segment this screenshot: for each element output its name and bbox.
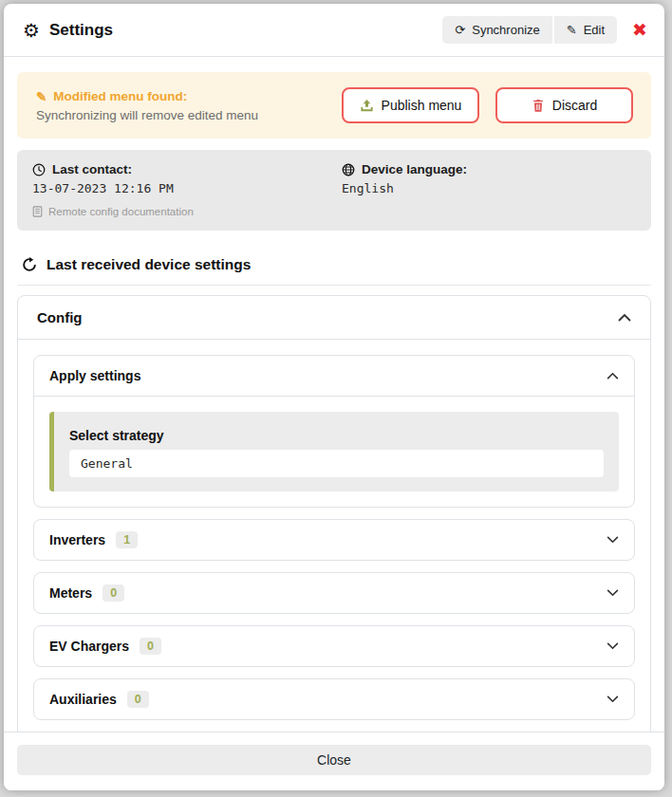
header-actions: ⟳ Synchronize ✎ Edit ✖ xyxy=(442,16,647,44)
close-button[interactable]: Close xyxy=(17,745,651,775)
accordion-row-ev-chargers: EV Chargers 0 xyxy=(33,625,635,667)
meters-label: Meters xyxy=(49,585,92,601)
sync-icon: ⟳ xyxy=(455,24,465,36)
device-language-label-row: Device language: xyxy=(342,162,636,176)
upload-icon xyxy=(360,99,374,113)
device-language-label: Device language: xyxy=(362,162,467,176)
device-language-block: Device language: English xyxy=(342,162,636,217)
strategy-panel: Select strategy General xyxy=(49,412,619,491)
banner-subtitle: Synchronizing will remove edited menu xyxy=(36,108,258,122)
title-wrap: ⚙ Settings xyxy=(23,21,113,40)
banner-title-row: ✎ Modified menu found: xyxy=(36,89,258,104)
settings-modal: ⚙ Settings ⟳ Synchronize ✎ Edit ✖ ✎ xyxy=(4,4,664,790)
last-contact-block: Last contact: 13-07-2023 12:16 PM Remote… xyxy=(32,162,327,217)
strategy-value-field[interactable]: General xyxy=(69,450,604,477)
inverters-label-row: Inverters 1 xyxy=(49,531,138,548)
discard-button[interactable]: Discard xyxy=(495,87,633,123)
banner-actions: Publish menu Discard xyxy=(342,87,633,123)
ev-chargers-label-row: EV Chargers 0 xyxy=(49,638,161,655)
edit-pencil-icon: ✎ xyxy=(567,24,577,36)
refresh-icon xyxy=(22,257,37,272)
last-received-settings-heading: Last received device settings xyxy=(22,256,646,273)
apply-settings-content: Select strategy General xyxy=(34,396,634,507)
trash-icon xyxy=(532,99,545,113)
document-icon xyxy=(32,206,43,217)
modified-menu-banner: ✎ Modified menu found: Synchronizing wil… xyxy=(17,72,651,139)
inverters-header[interactable]: Inverters 1 xyxy=(34,520,634,560)
publish-menu-button[interactable]: Publish menu xyxy=(342,87,479,123)
chevron-down-icon xyxy=(607,695,619,703)
last-contact-label-row: Last contact: xyxy=(32,162,327,176)
apply-settings-accordion: Apply settings Select strategy General xyxy=(33,355,635,508)
auxiliaries-label: Auxiliaries xyxy=(49,692,117,707)
modal-header: ⚙ Settings ⟳ Synchronize ✎ Edit ✖ xyxy=(4,4,664,57)
config-accordion-content: Apply settings Select strategy General xyxy=(18,339,650,732)
edit-label: Edit xyxy=(584,23,605,37)
synchronize-button[interactable]: ⟳ Synchronize xyxy=(442,16,551,44)
ev-chargers-count-badge: 0 xyxy=(140,638,161,655)
chevron-down-icon xyxy=(607,536,619,544)
section-title: Last received device settings xyxy=(47,256,251,273)
accordion-row-auxiliaries: Auxiliaries 0 xyxy=(33,678,635,720)
auxiliaries-count-badge: 0 xyxy=(127,691,149,708)
globe-icon xyxy=(342,163,355,176)
clock-icon xyxy=(32,163,46,176)
accordion-row-meters: Meters 0 xyxy=(33,572,635,614)
gear-icon: ⚙ xyxy=(23,21,40,40)
section-divider xyxy=(17,285,651,286)
last-contact-label: Last contact: xyxy=(52,162,132,176)
meters-label-row: Meters 0 xyxy=(49,584,124,602)
chevron-down-icon xyxy=(607,589,619,597)
publish-menu-label: Publish menu xyxy=(382,98,462,113)
chevron-up-icon xyxy=(618,313,631,322)
modal-body: ✎ Modified menu found: Synchronizing wil… xyxy=(4,57,664,732)
inverters-label: Inverters xyxy=(49,532,105,547)
remote-config-doc-label: Remote config documentation xyxy=(48,206,194,217)
last-contact-value: 13-07-2023 12:16 PM xyxy=(32,181,327,195)
chevron-up-icon xyxy=(607,372,619,380)
accordion-row-inverters: Inverters 1 xyxy=(33,519,635,561)
edit-button[interactable]: ✎ Edit xyxy=(554,16,617,44)
modal-footer: Close xyxy=(4,732,664,790)
meters-count-badge: 0 xyxy=(103,584,124,602)
inverters-count-badge: 1 xyxy=(116,531,138,548)
config-accordion-header[interactable]: Config xyxy=(18,296,650,339)
apply-settings-header[interactable]: Apply settings xyxy=(34,356,634,396)
auxiliaries-label-row: Auxiliaries 0 xyxy=(49,691,149,708)
config-label: Config xyxy=(37,309,82,325)
apply-settings-label: Apply settings xyxy=(49,368,140,383)
ev-chargers-header[interactable]: EV Chargers 0 xyxy=(34,626,634,666)
remote-config-doc-link[interactable]: Remote config documentation xyxy=(32,206,327,217)
auxiliaries-header[interactable]: Auxiliaries 0 xyxy=(34,679,634,719)
meters-header[interactable]: Meters 0 xyxy=(34,573,634,613)
banner-text: ✎ Modified menu found: Synchronizing wil… xyxy=(36,89,258,122)
config-accordion: Config Apply settings Sel xyxy=(17,295,651,732)
select-strategy-label: Select strategy xyxy=(69,428,604,443)
banner-title: Modified menu found: xyxy=(53,89,187,103)
header-button-group: ⟳ Synchronize ✎ Edit xyxy=(442,16,617,44)
page-title: Settings xyxy=(49,21,113,40)
device-info-panel: Last contact: 13-07-2023 12:16 PM Remote… xyxy=(17,150,651,231)
pencil-icon: ✎ xyxy=(36,89,47,104)
chevron-down-icon xyxy=(607,642,619,650)
synchronize-label: Synchronize xyxy=(472,23,540,37)
discard-label: Discard xyxy=(552,98,597,113)
close-icon[interactable]: ✖ xyxy=(632,21,647,39)
ev-chargers-label: EV Chargers xyxy=(49,639,129,654)
device-language-value: English xyxy=(342,181,636,195)
